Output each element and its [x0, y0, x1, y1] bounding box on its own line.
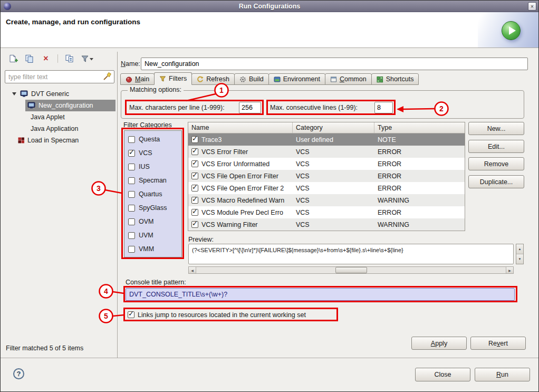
category-checkbox[interactable]: [128, 191, 135, 198]
tree-item-java-applet[interactable]: Java Applet: [5, 111, 116, 123]
scrollbar-thumb[interactable]: [335, 267, 367, 273]
callout-number-3: 3: [97, 184, 101, 193]
tree-item-java-application[interactable]: Java Application: [5, 123, 116, 135]
table-row[interactable]: VCS Module Prev Decl Erro VCS ERROR: [188, 206, 465, 218]
clear-filter-button[interactable]: [103, 72, 112, 82]
table-row[interactable]: VCS Error Unformatted VCS ERROR: [188, 158, 465, 170]
expander-icon[interactable]: [12, 92, 16, 95]
table-row[interactable]: VCS Macro Redefined Warn VCS WARNING: [188, 194, 465, 206]
run-button[interactable]: Run: [475, 368, 530, 381]
row-checkbox[interactable]: [191, 160, 198, 167]
edit-button[interactable]: Edit...: [468, 140, 524, 153]
column-header-type[interactable]: Type: [374, 122, 465, 133]
tab-label: Shortcuts: [386, 75, 414, 83]
cell-type: ERROR: [374, 170, 465, 182]
scroll-right-button[interactable]: ▶: [506, 267, 513, 273]
scroll-left-button[interactable]: ◀: [189, 267, 196, 273]
table-row[interactable]: Trace3 User defined NOTE: [188, 133, 465, 146]
category-checkbox[interactable]: [128, 136, 135, 143]
category-checkbox[interactable]: [128, 150, 135, 157]
callout-circle-5: [100, 310, 113, 323]
cell-type: ERROR: [374, 206, 465, 218]
tab-shortcuts[interactable]: Shortcuts: [371, 73, 419, 85]
horizontal-scrollbar[interactable]: ◀ ▶: [188, 266, 514, 274]
table-row[interactable]: VCS Warning Filter VCS WARNING: [188, 218, 465, 231]
tree-item-label: DVT Generic: [31, 90, 69, 98]
monitor-icon: [27, 102, 36, 109]
preview-box[interactable]: (?<SEVERITY>[^\[\]\n\r]*)\[FAILURE\]${me…: [188, 244, 514, 264]
category-specman[interactable]: Specman: [128, 174, 181, 187]
category-checkbox[interactable]: [128, 205, 135, 212]
tab-refresh[interactable]: Refresh: [191, 73, 235, 85]
callout-line-4: [113, 292, 124, 293]
tree-item-dvt-generic[interactable]: DVT Generic: [5, 88, 116, 100]
remove-button[interactable]: Remove: [468, 157, 524, 170]
apply-button[interactable]: Apply: [411, 337, 467, 350]
category-questa[interactable]: Questa: [128, 132, 181, 146]
filter-categories-title: Filter Categories: [123, 121, 172, 129]
max-chars-input[interactable]: [239, 102, 261, 113]
scroll-up-button[interactable]: ▲: [516, 244, 523, 254]
category-checkbox[interactable]: [128, 164, 135, 170]
tab-common[interactable]: Common: [325, 73, 372, 85]
category-ius[interactable]: IUS: [128, 160, 181, 174]
tab-main[interactable]: Main: [120, 73, 155, 85]
left-toolbar: ×: [7, 53, 95, 64]
cell-name: VCS Error Filter: [201, 148, 248, 156]
row-checkbox[interactable]: [191, 136, 198, 143]
row-checkbox[interactable]: [191, 148, 198, 155]
category-checkbox[interactable]: [128, 232, 135, 239]
scrollbar-track[interactable]: [196, 267, 506, 273]
tab-build[interactable]: Build: [234, 73, 269, 85]
tab-environment[interactable]: Environment: [268, 73, 325, 85]
delete-configuration-button[interactable]: ×: [40, 53, 52, 64]
console-title-input[interactable]: [126, 288, 515, 301]
row-checkbox[interactable]: [191, 185, 198, 192]
category-quartus[interactable]: Quartus: [128, 187, 181, 201]
category-spyglass[interactable]: SpyGlass: [128, 201, 181, 215]
category-uvm[interactable]: UVM: [128, 228, 181, 242]
row-checkbox[interactable]: [191, 173, 198, 179]
panel-divider[interactable]: [117, 52, 118, 358]
row-checkbox[interactable]: [191, 221, 198, 228]
tree-item-new-configuration[interactable]: New_configuration: [25, 100, 116, 111]
category-checkbox[interactable]: [128, 246, 135, 253]
row-checkbox[interactable]: [191, 197, 198, 204]
links-jump-label: Links jump to resources located in the c…: [138, 311, 306, 319]
column-header-name[interactable]: Name: [188, 122, 293, 133]
category-ovm[interactable]: OVM: [128, 215, 181, 228]
links-jump-checkbox[interactable]: [128, 311, 134, 318]
table-row[interactable]: VCS Error Filter VCS ERROR: [188, 146, 465, 158]
duplicate-button[interactable]: Duplicate...: [468, 175, 524, 188]
new-button[interactable]: New...: [468, 122, 524, 135]
filter-configurations-button[interactable]: [80, 53, 95, 64]
scroll-down-button[interactable]: ▼: [516, 254, 523, 264]
help-button[interactable]: ?: [13, 368, 24, 379]
tree-item-load-in-specman[interactable]: Load in Specman: [5, 135, 116, 146]
tab-filters[interactable]: Filters: [154, 72, 192, 85]
revert-button[interactable]: Revert: [470, 337, 526, 350]
name-input[interactable]: [141, 58, 528, 70]
collapse-all-button[interactable]: [63, 53, 76, 64]
new-configuration-button[interactable]: [7, 53, 20, 64]
duplicate-configuration-button[interactable]: [23, 53, 36, 64]
close-button[interactable]: Close: [415, 368, 470, 381]
category-checkbox[interactable]: [128, 218, 135, 225]
category-vcs[interactable]: VCS: [128, 146, 181, 160]
preview-scrollbar[interactable]: ▲ ▼: [516, 244, 524, 264]
category-label: Specman: [139, 177, 167, 184]
column-header-category[interactable]: Category: [293, 122, 374, 133]
configuration-tree: DVT Generic New_configuration Java Apple…: [5, 88, 116, 146]
table-row[interactable]: VCS File Open Error Filter 2 VCS ERROR: [188, 182, 465, 194]
category-checkbox[interactable]: [128, 177, 135, 184]
new-configuration-icon: [8, 54, 18, 63]
environment-icon: [274, 76, 281, 83]
close-window-button[interactable]: ×: [528, 2, 536, 11]
table-row[interactable]: VCS File Open Error Filter VCS ERROR: [188, 170, 465, 182]
filter-input[interactable]: [5, 70, 114, 83]
titlebar[interactable]: Run Configurations ×: [1, 1, 538, 12]
max-lines-input[interactable]: [374, 102, 393, 113]
row-checkbox[interactable]: [191, 209, 198, 216]
category-vmm[interactable]: VMM: [128, 242, 181, 256]
cell-category: VCS: [293, 206, 374, 218]
